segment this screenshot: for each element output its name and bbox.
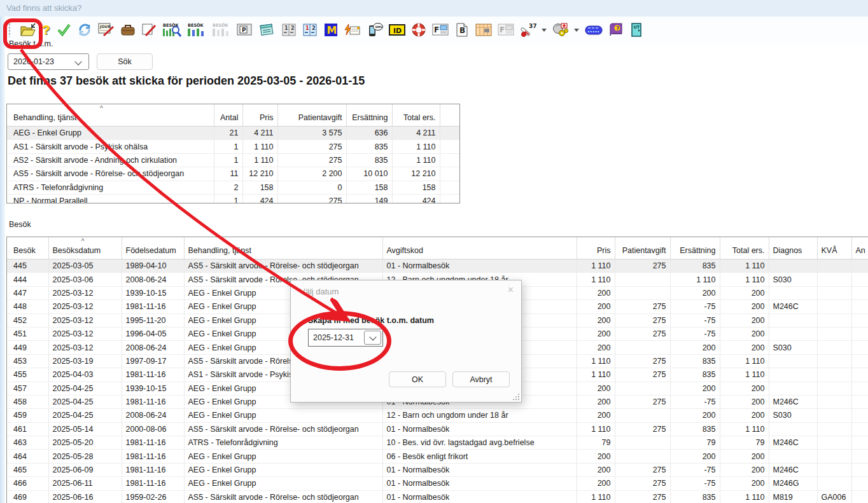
filter-label: Besök t.o.m. xyxy=(9,39,53,48)
m-module-icon[interactable]: M xyxy=(323,22,339,38)
svg-text:F: F xyxy=(434,25,439,34)
summary-table: Behandling, tjänst^AntalPrisPatientavgif… xyxy=(7,104,460,203)
p-journal-icon[interactable]: P xyxy=(237,22,253,38)
cancel-button[interactable]: Avbryt xyxy=(452,371,510,387)
svg-text:BESÖK: BESÖK xyxy=(188,22,204,28)
window-title: Vad finns att skicka? xyxy=(6,3,81,13)
edit-form-icon[interactable] xyxy=(141,22,157,38)
column-header[interactable]: An xyxy=(851,237,868,259)
svg-text:P: P xyxy=(242,27,246,33)
column-header[interactable]: Avgiftskod xyxy=(382,237,577,259)
sms-icon[interactable]: SMS xyxy=(367,22,383,38)
table-row[interactable]: 4592025-04-252008-06-24AEG - Enkel Grupp… xyxy=(7,409,868,422)
schedule-icon[interactable] xyxy=(475,22,492,38)
table-row[interactable]: AS1 - Särskilt arvode - Psykisk ohälsa11… xyxy=(7,140,459,153)
exit-icon[interactable]: UT xyxy=(629,22,643,38)
table-row[interactable]: 4692025-06-161959-02-26AS5 - Särskilt ar… xyxy=(7,490,868,503)
svg-text:F: F xyxy=(500,25,505,34)
column-header[interactable]: KVÅ xyxy=(817,237,851,259)
svg-text:?: ? xyxy=(616,25,619,32)
manual-icon[interactable]: ? xyxy=(608,22,624,38)
table-row[interactable]: AS5 - Särskilt arvode - Rörelse- och stö… xyxy=(7,167,459,181)
table-row[interactable]: NP - Normal Parallell1424275149424 xyxy=(7,194,459,203)
journal-icon[interactable]: JOUR xyxy=(98,22,115,38)
besok-stats-icon[interactable]: BESÖK xyxy=(187,22,206,38)
column-header[interactable]: Ersättning xyxy=(670,237,720,259)
open-file-icon[interactable] xyxy=(20,22,36,38)
table-row[interactable]: 4612025-05-142000-08-06AS5 - Särskilt ar… xyxy=(7,422,868,436)
id-check-icon[interactable]: ID xyxy=(389,22,405,38)
column-header[interactable]: Total ers. xyxy=(720,237,769,259)
column-header[interactable]: Behandling, tjänst^ xyxy=(7,104,214,127)
dialog-field-label: Skapa fil med besök t.o.m. datum xyxy=(308,316,434,325)
table-row[interactable]: 4452025-03-051989-04-10AS5 - Särskilt ar… xyxy=(7,259,868,273)
filter-date-combobox[interactable]: 2026-01-23 xyxy=(8,53,89,70)
toolbar: ?JOURBESÖKBESÖKBESÖKP1212MSMSIDFBF37••••… xyxy=(5,17,868,43)
svg-text:2: 2 xyxy=(312,25,316,31)
svg-text:SMS: SMS xyxy=(375,25,382,29)
table-row[interactable]: AEG - Enkel Grupp214 2113 5756364 211 xyxy=(7,127,459,140)
close-icon[interactable]: × xyxy=(508,284,514,296)
table-row[interactable]: 4662025-06-111981-11-16AEG - Enkel Grupp… xyxy=(7,477,868,490)
patient-tools-icon[interactable] xyxy=(552,22,570,38)
table-row[interactable]: 4632025-05-201981-11-16ATRS - Telefonråd… xyxy=(7,436,868,450)
column-header[interactable]: Ersättning xyxy=(346,104,392,127)
svg-text:1: 1 xyxy=(305,25,309,31)
ok-button[interactable]: OK xyxy=(389,371,446,387)
compare-12-icon[interactable]: 12 xyxy=(281,22,297,38)
notes-icon[interactable] xyxy=(259,22,276,38)
besok-search-icon[interactable]: BESÖK xyxy=(162,22,181,38)
column-header[interactable]: Patientavgift xyxy=(615,237,670,259)
temperature-icon[interactable]: 37 xyxy=(520,22,538,38)
column-header[interactable]: Patientavgift xyxy=(277,104,346,127)
app-window: Vad finns att skicka? ?JOURBESÖKBESÖKBES… xyxy=(0,0,868,503)
svg-text:2: 2 xyxy=(291,25,295,31)
sort-ascending-icon: ^ xyxy=(100,105,103,112)
chevron-down-icon[interactable] xyxy=(364,331,381,345)
sort-ascending-icon: ^ xyxy=(81,238,85,245)
toolbar-grip[interactable] xyxy=(8,23,11,37)
dialog-date-value: 2025-12-31 xyxy=(313,333,354,342)
svg-text:BESÖK: BESÖK xyxy=(213,22,229,28)
e-services-icon[interactable]: ••••• xyxy=(585,22,603,38)
column-header[interactable] xyxy=(440,104,459,127)
svg-text:B: B xyxy=(459,26,465,35)
column-header[interactable]: Diagnos xyxy=(769,237,817,259)
briefcase-icon[interactable] xyxy=(120,22,136,38)
resize-grip[interactable] xyxy=(512,393,519,400)
dialog-title: Välj datum xyxy=(300,287,339,296)
refresh-icon[interactable] xyxy=(77,22,92,38)
svg-text:ID: ID xyxy=(393,27,402,35)
send-journal-icon[interactable] xyxy=(344,22,361,38)
b-document-icon[interactable]: B xyxy=(454,22,470,38)
table-row[interactable]: AS2 - Särskilt arvode - Andning och cirk… xyxy=(7,153,459,167)
column-header[interactable]: Antal xyxy=(214,104,242,127)
patient-tools-dropdown-icon[interactable] xyxy=(574,29,579,32)
table-row[interactable]: ATRS - Telefonrådgivning21580158158 xyxy=(7,181,459,194)
column-header[interactable]: Besöksdatum^ xyxy=(48,237,122,259)
window-left-edge xyxy=(0,17,5,503)
summary-table-container: Behandling, tjänst^AntalPrisPatientavgif… xyxy=(6,104,460,203)
column-header[interactable]: Total ers. xyxy=(392,104,440,127)
approve-icon[interactable] xyxy=(56,22,71,38)
search-button[interactable]: Sök xyxy=(97,53,153,70)
svg-text:M: M xyxy=(326,24,337,36)
f-form-disabled-icon[interactable]: F xyxy=(498,22,514,38)
column-header[interactable]: Födelsedatum xyxy=(122,237,184,259)
f-form-icon[interactable]: F xyxy=(432,22,449,38)
besok-stats-disabled-icon[interactable]: BESÖK xyxy=(212,22,231,38)
compare-12-active-icon[interactable]: 12 xyxy=(302,22,318,38)
dialog-date-combobox[interactable]: 2025-12-31 xyxy=(308,329,383,347)
temperature-dropdown-icon[interactable] xyxy=(542,29,547,32)
column-header[interactable]: Pris xyxy=(242,104,277,127)
column-header[interactable]: Pris xyxy=(577,237,615,259)
table-row[interactable]: 4642025-05-281981-11-16AEG - Enkel Grupp… xyxy=(7,450,868,463)
help-icon[interactable]: ? xyxy=(42,22,50,38)
table-row[interactable]: 4652025-06-091981-11-16AEG - Enkel Grupp… xyxy=(7,463,868,476)
support-icon[interactable] xyxy=(411,22,426,38)
svg-text:1: 1 xyxy=(284,25,288,31)
column-header[interactable]: Besök xyxy=(7,237,48,259)
chevron-down-icon[interactable] xyxy=(74,58,81,65)
column-header[interactable]: Behandling, tjänst xyxy=(184,237,382,259)
valj-datum-dialog: Välj datum × Skapa fil med besök t.o.m. … xyxy=(290,280,522,403)
